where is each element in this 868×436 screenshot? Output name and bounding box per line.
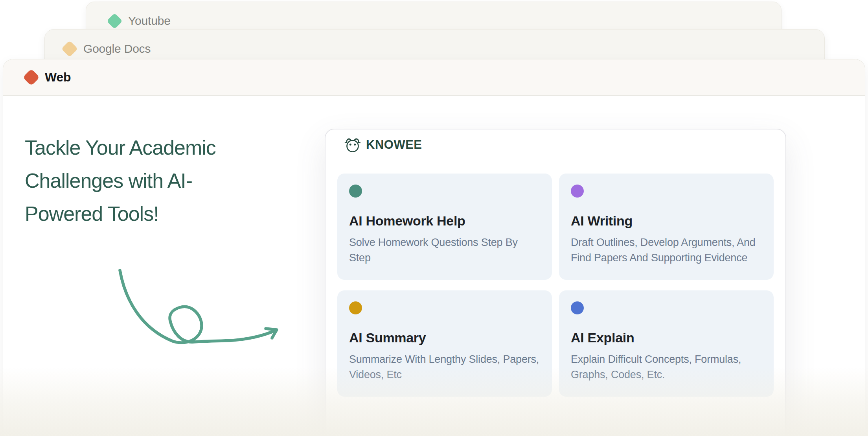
knowee-panel-header: KNOWEE	[326, 129, 785, 160]
card-description: Explain Difficult Concepts, Formulas, Gr…	[571, 352, 763, 382]
tab-web-label: Web	[45, 70, 71, 85]
brand-name: KNOWEE	[366, 138, 422, 152]
card-ai-summary[interactable]: AI Summary Summarize With Lengthy Slides…	[337, 290, 552, 397]
arrow-doodle-icon	[114, 265, 283, 351]
card-title: AI Homework Help	[349, 213, 541, 229]
google-docs-diamond-icon	[61, 41, 78, 57]
tab-web[interactable]: Web	[3, 59, 865, 96]
page-title-line-2: Challenges with AI-	[25, 164, 261, 197]
card-description: Draft Outlines, Develop Arguments, And F…	[571, 235, 763, 266]
explain-dot-icon	[571, 301, 584, 314]
feature-cards-grid: AI Homework Help Solve Homework Question…	[326, 160, 785, 397]
homework-dot-icon	[349, 185, 362, 198]
card-description: Solve Homework Questions Step By Step	[349, 235, 541, 266]
page-title: Tackle Your Academic Challenges with AI-…	[25, 131, 261, 230]
card-description: Summarize With Lengthy Slides, Papers, V…	[349, 352, 541, 382]
tab-youtube-label: Youtube	[128, 14, 171, 28]
card-ai-homework-help[interactable]: AI Homework Help Solve Homework Question…	[337, 174, 552, 280]
page-title-line-3: Powered Tools!	[25, 197, 261, 230]
window-web: Web Tackle Your Academic Challenges with…	[3, 59, 865, 436]
card-title: AI Summary	[349, 330, 541, 345]
youtube-diamond-icon	[107, 13, 123, 29]
writing-dot-icon	[571, 185, 584, 198]
card-ai-writing[interactable]: AI Writing Draft Outlines, Develop Argum…	[559, 174, 774, 280]
page-title-line-1: Tackle Your Academic	[25, 131, 261, 164]
card-ai-explain[interactable]: AI Explain Explain Difficult Concepts, F…	[559, 290, 774, 397]
owl-logo-icon	[344, 137, 361, 153]
knowee-panel: KNOWEE AI Homework Help Solve Homework Q…	[325, 129, 786, 436]
web-diamond-icon	[23, 69, 40, 86]
summary-dot-icon	[349, 301, 362, 314]
card-title: AI Explain	[571, 330, 763, 345]
tab-google-docs-label: Google Docs	[83, 42, 151, 55]
card-title: AI Writing	[571, 213, 763, 229]
